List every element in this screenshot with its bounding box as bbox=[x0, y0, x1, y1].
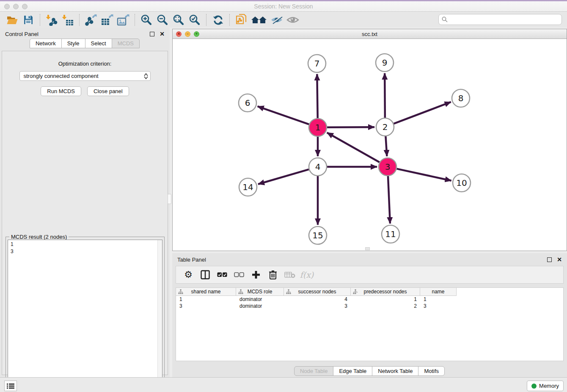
delete-column-button[interactable] bbox=[266, 268, 280, 282]
run-mcds-button[interactable]: Run MCDS bbox=[41, 86, 81, 96]
hierarchy-icon bbox=[353, 289, 358, 294]
table-toolbar: ⚙ f(x) bbox=[176, 266, 564, 284]
cell-shared-name[interactable]: 1 bbox=[176, 296, 236, 303]
search-field[interactable] bbox=[438, 14, 562, 25]
close-panel-button[interactable]: Close panel bbox=[87, 86, 129, 96]
import-table-button[interactable] bbox=[61, 13, 75, 27]
graph-node-7[interactable]: 7 bbox=[308, 55, 326, 72]
import-network-icon bbox=[46, 14, 58, 26]
canvas-resize-handle[interactable] bbox=[365, 247, 370, 250]
import-network-button[interactable] bbox=[44, 13, 59, 27]
show-view-button[interactable] bbox=[286, 13, 300, 27]
panel-splitter-handle[interactable] bbox=[168, 194, 171, 204]
cell-name[interactable]: 3 bbox=[420, 303, 457, 309]
edge-2-9[interactable] bbox=[385, 73, 385, 118]
result-scrollbar[interactable] bbox=[157, 240, 162, 392]
edge-4-14[interactable] bbox=[258, 169, 309, 184]
export-image-button[interactable] bbox=[116, 13, 130, 27]
zoom-in-button[interactable] bbox=[139, 13, 154, 27]
control-panel: Control Panel ✕ Network Style Select MCD… bbox=[0, 28, 170, 377]
graph-node-11[interactable]: 11 bbox=[382, 225, 399, 243]
export-network-button[interactable] bbox=[84, 13, 98, 27]
close-panel-button[interactable]: ✕ bbox=[160, 31, 165, 37]
graph-node-2[interactable]: 2 bbox=[376, 118, 394, 136]
control-panel-title: Control Panel bbox=[5, 31, 150, 37]
control-panel-tabs: Network Style Select MCDS bbox=[0, 39, 170, 48]
edge-3-10[interactable] bbox=[396, 169, 451, 181]
graph-node-1[interactable]: 1 bbox=[309, 119, 327, 136]
graph-node-14[interactable]: 14 bbox=[239, 178, 257, 196]
edge-2-3[interactable] bbox=[385, 136, 387, 156]
graph-node-8[interactable]: 8 bbox=[452, 89, 470, 107]
hide-view-button[interactable] bbox=[270, 13, 284, 27]
application-window: Session: New Session bbox=[0, 0, 567, 392]
graph-node-10[interactable]: 10 bbox=[453, 174, 471, 192]
tab-network[interactable]: Network bbox=[30, 39, 62, 48]
edge-1-6[interactable] bbox=[258, 106, 309, 124]
save-session-button[interactable] bbox=[21, 13, 36, 27]
search-input[interactable] bbox=[450, 17, 561, 23]
network-canvas[interactable]: 1234678910111415 bbox=[173, 39, 567, 251]
edge-1-2[interactable] bbox=[327, 127, 374, 127]
tab-mcds[interactable]: MCDS bbox=[112, 39, 140, 48]
float-table-panel-button[interactable] bbox=[547, 257, 552, 262]
column-header-shared-name[interactable]: shared name bbox=[176, 288, 236, 296]
tab-style[interactable]: Style bbox=[61, 39, 85, 48]
clone-network-button[interactable] bbox=[234, 13, 248, 27]
table-row[interactable]: 3 dominator 3 2 3 bbox=[176, 303, 563, 309]
memory-button[interactable]: Memory bbox=[527, 381, 564, 391]
graph-node-6[interactable]: 6 bbox=[239, 94, 256, 112]
hierarchy-icon bbox=[238, 289, 243, 294]
network-view-title: scc.txt bbox=[173, 31, 567, 37]
float-panel-button[interactable] bbox=[150, 32, 154, 36]
edge-3-1[interactable] bbox=[327, 133, 380, 162]
delete-table-button[interactable] bbox=[283, 268, 297, 282]
tab-select[interactable]: Select bbox=[85, 39, 112, 48]
close-table-panel-button[interactable]: ✕ bbox=[557, 257, 562, 262]
column-header-name[interactable]: name bbox=[420, 288, 457, 296]
cell-mcds-role[interactable]: dominator bbox=[236, 296, 284, 303]
cell-successor-nodes[interactable]: 3 bbox=[284, 303, 351, 309]
home-button[interactable] bbox=[250, 13, 268, 27]
column-header-mcds-role[interactable]: MCDS role bbox=[236, 288, 284, 296]
split-columns-button[interactable] bbox=[198, 268, 212, 282]
column-header-successor-nodes[interactable]: successor nodes bbox=[284, 288, 351, 296]
column-header-predecessor-nodes[interactable]: predecessor nodes bbox=[351, 288, 420, 296]
graph-node-15[interactable]: 15 bbox=[309, 226, 327, 244]
graph-node-3[interactable]: 3 bbox=[379, 158, 396, 176]
tab-network-table[interactable]: Network Table bbox=[372, 366, 418, 376]
graph-node-9[interactable]: 9 bbox=[376, 54, 394, 72]
table-settings-button[interactable]: ⚙ bbox=[181, 268, 195, 282]
table-row[interactable]: 1 dominator 4 1 1 bbox=[176, 296, 563, 303]
mcds-result-textarea[interactable]: 1 3 bbox=[8, 240, 162, 392]
edge-3-11[interactable] bbox=[388, 176, 390, 224]
open-file-button[interactable] bbox=[5, 13, 19, 27]
toolbar-separator bbox=[135, 14, 135, 26]
network-window-titlebar[interactable]: ✕ − + scc.txt bbox=[173, 29, 567, 39]
export-table-button[interactable] bbox=[100, 13, 114, 27]
cell-name[interactable]: 1 bbox=[420, 296, 457, 303]
cell-successor-nodes[interactable]: 4 bbox=[284, 296, 351, 303]
chevron-up-down-icon bbox=[144, 73, 148, 79]
cell-shared-name[interactable]: 3 bbox=[176, 303, 236, 309]
cell-mcds-role[interactable]: dominator bbox=[236, 303, 284, 309]
zoom-out-icon bbox=[157, 14, 168, 26]
edge-2-8[interactable] bbox=[394, 102, 451, 124]
zoom-out-button[interactable] bbox=[155, 13, 170, 27]
edge-1-7[interactable] bbox=[317, 74, 317, 118]
graph-node-4[interactable]: 4 bbox=[309, 158, 327, 176]
add-column-button[interactable] bbox=[249, 268, 263, 282]
zoom-fit-button[interactable] bbox=[171, 13, 186, 27]
task-history-button[interactable] bbox=[4, 381, 17, 391]
zoom-selected-button[interactable] bbox=[187, 13, 202, 27]
criterion-dropdown[interactable]: strongly connected component bbox=[19, 71, 151, 81]
apply-function-button[interactable]: f(x) bbox=[300, 268, 314, 282]
select-all-columns-button[interactable] bbox=[215, 268, 229, 282]
tab-node-table[interactable]: Node Table bbox=[294, 366, 334, 376]
refresh-button[interactable] bbox=[211, 13, 225, 27]
tab-motifs[interactable]: Motifs bbox=[418, 366, 445, 376]
cell-predecessor-nodes[interactable]: 1 bbox=[351, 296, 420, 303]
tab-edge-table[interactable]: Edge Table bbox=[333, 366, 372, 376]
deselect-all-columns-button[interactable] bbox=[232, 268, 246, 282]
cell-predecessor-nodes[interactable]: 2 bbox=[351, 303, 420, 309]
